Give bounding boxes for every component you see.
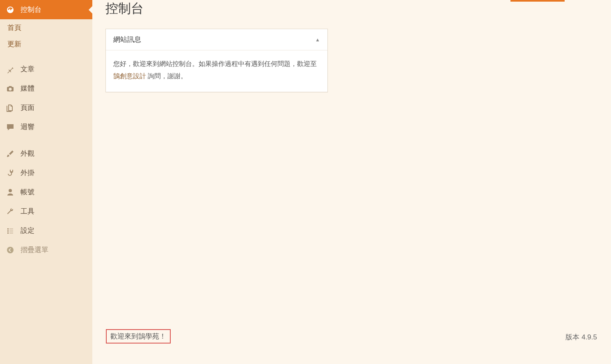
sidebar-item-label: 媒體	[21, 84, 34, 93]
sidebar-item[interactable]: 文章	[0, 59, 92, 79]
sidebar-subitem[interactable]: 更新	[0, 36, 92, 52]
sidebar-item[interactable]: 外掛	[0, 163, 92, 182]
sidebar-item[interactable]: 外觀	[0, 144, 92, 163]
site-info-text-prefix: 您好，歡迎來到網站控制台。如果操作過程中有遇到任何問題，歡迎至	[113, 60, 317, 67]
sidebar-item-label: 外掛	[21, 168, 34, 177]
comment-icon	[6, 123, 15, 132]
sidebar-subitem[interactable]: 首頁	[0, 19, 92, 36]
collapse-up-icon[interactable]: ▲	[315, 37, 320, 43]
sidebar-item[interactable]: 設定	[0, 221, 92, 240]
site-info-box: 網站訊息 ▲ 您好，歡迎來到網站控制台。如果操作過程中有遇到任何問題，歡迎至 鵠…	[105, 29, 328, 92]
sidebar-item-label: 文章	[21, 64, 34, 74]
sidebar-collapse-toggle[interactable]: 摺疊選單	[0, 240, 92, 259]
sidebar-item[interactable]: 迴響	[0, 117, 92, 136]
sidebar-item-label: 外觀	[21, 149, 34, 158]
sidebar-item-label: 設定	[21, 226, 34, 235]
sidebar-item-label: 帳號	[21, 187, 34, 197]
sidebar-item[interactable]: 頁面	[0, 98, 92, 117]
site-info-text-suffix: 詢問，謝謝。	[146, 73, 187, 80]
site-info-box-body: 您好，歡迎來到網站控制台。如果操作過程中有遇到任何問題，歡迎至 鵠創意設計 詢問…	[106, 50, 327, 92]
pin-icon	[6, 65, 15, 74]
brush-icon	[6, 149, 15, 158]
wrench-icon	[6, 207, 15, 216]
main-content: 控制台 網站訊息 ▲ 您好，歡迎來到網站控制台。如果操作過程中有遇到任何問題，歡…	[92, 0, 611, 364]
footer-version: 版本 4.9.5	[565, 332, 597, 342]
plug-icon	[6, 168, 15, 177]
footer-welcome: 歡迎來到鵠學苑！	[106, 329, 171, 344]
sidebar-item-label: 工具	[21, 207, 34, 216]
sidebar-item[interactable]: 控制台	[0, 0, 92, 19]
site-info-box-header[interactable]: 網站訊息 ▲	[106, 29, 327, 50]
sidebar-subitem-label: 首頁	[7, 23, 21, 32]
admin-sidebar: 控制台首頁更新文章媒體頁面迴響外觀外掛帳號工具設定摺疊選單	[0, 0, 92, 364]
menu-separator	[0, 136, 92, 144]
sidebar-item[interactable]: 帳號	[0, 182, 92, 202]
menu-separator	[0, 52, 92, 59]
sidebar-item-label: 迴響	[21, 122, 34, 132]
dashboard-icon	[6, 5, 15, 14]
sidebar-item-label: 頁面	[21, 103, 34, 112]
support-link[interactable]: 鵠創意設計	[113, 73, 146, 80]
collapse-left-icon	[6, 246, 15, 255]
site-info-box-title: 網站訊息	[113, 35, 141, 44]
pages-icon	[6, 103, 15, 112]
page-title: 控制台	[105, 0, 598, 17]
sliders-icon	[6, 226, 15, 235]
sidebar-item[interactable]: 工具	[0, 202, 92, 221]
sidebar-item-label: 摺疊選單	[21, 245, 48, 255]
sidebar-item-label: 控制台	[21, 5, 41, 14]
camera-icon	[6, 84, 15, 93]
sidebar-subitem-label: 更新	[7, 39, 21, 49]
user-icon	[6, 188, 15, 197]
sidebar-item[interactable]: 媒體	[0, 79, 92, 98]
